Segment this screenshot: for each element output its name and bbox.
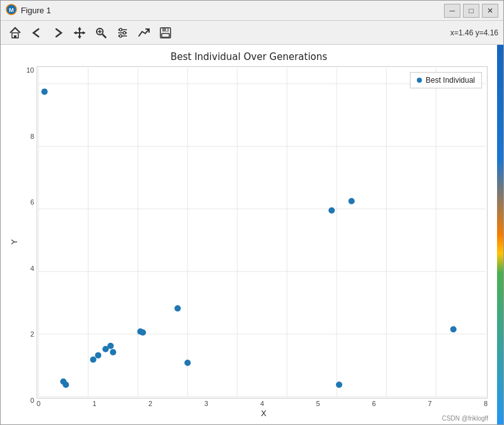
x-tick-1: 1: [92, 400, 96, 407]
minimize-button[interactable]: ─: [444, 4, 460, 18]
content-area: Best Individual Over Generations Y 10 8 …: [1, 45, 503, 424]
svg-point-44: [184, 360, 191, 366]
x-tick-7: 7: [428, 400, 431, 407]
save-file-button[interactable]: [156, 24, 175, 42]
svg-point-45: [328, 207, 335, 213]
svg-point-37: [95, 352, 101, 359]
toolbar: x=1.46 y=4.16: [1, 21, 503, 45]
back-button[interactable]: [27, 24, 46, 42]
trend-button[interactable]: [135, 24, 153, 42]
coordinates-display: x=1.46 y=4.16: [450, 28, 498, 37]
x-tick-2: 2: [148, 400, 152, 407]
y-axis-label: Y: [7, 66, 19, 418]
svg-rect-15: [162, 28, 169, 32]
svg-rect-16: [162, 33, 169, 37]
x-tick-4: 4: [260, 400, 264, 407]
maximize-button[interactable]: □: [463, 4, 479, 18]
x-tick-0: 0: [37, 400, 40, 407]
x-tick-3: 3: [204, 400, 208, 407]
svg-point-42: [140, 329, 146, 335]
y-tick-0: 0: [30, 397, 34, 404]
y-tick-6: 6: [30, 198, 34, 206]
chart-inner[interactable]: Best Individual: [37, 66, 488, 398]
home-button[interactable]: [6, 24, 25, 42]
svg-point-11: [119, 28, 122, 31]
legend-label: Best Individual: [426, 76, 475, 85]
sidebar-gradient: [497, 45, 503, 424]
svg-text:M: M: [9, 7, 14, 13]
y-tick-8: 8: [30, 133, 34, 140]
svg-point-13: [119, 35, 122, 37]
forward-button[interactable]: [49, 24, 68, 42]
x-axis-label: X: [37, 409, 491, 418]
window-title: Figure 1: [21, 6, 51, 15]
svg-point-47: [349, 198, 355, 204]
title-bar: M Figure 1 ─ □ ✕: [1, 1, 503, 21]
svg-point-46: [336, 381, 342, 388]
x-tick-5: 5: [316, 400, 320, 407]
window-icon: M: [6, 4, 17, 18]
svg-point-48: [450, 326, 457, 333]
y-tick-2: 2: [30, 330, 34, 338]
legend-dot: [417, 78, 422, 83]
svg-point-12: [123, 32, 126, 34]
title-bar-left: M Figure 1: [6, 4, 51, 18]
plot-title: Best Individual Over Generations: [7, 51, 491, 63]
main-window: M Figure 1 ─ □ ✕: [0, 0, 504, 425]
configure-button[interactable]: [113, 24, 132, 42]
chart-region: 10 8 6 4 2 0: [19, 66, 491, 418]
plot-container: Best Individual Over Generations Y 10 8 …: [1, 45, 497, 424]
chart-svg: [37, 67, 487, 398]
svg-point-33: [41, 88, 47, 95]
y-tick-4: 4: [30, 265, 34, 272]
svg-point-43: [174, 305, 181, 311]
pan-button[interactable]: [70, 24, 89, 42]
svg-point-36: [90, 357, 97, 363]
title-bar-controls: ─ □ ✕: [444, 4, 498, 18]
right-sidebar: [497, 45, 503, 424]
y-tick-10: 10: [27, 66, 34, 74]
svg-rect-3: [14, 35, 16, 38]
watermark: CSDN @friklogff: [442, 415, 488, 422]
svg-rect-17: [166, 28, 167, 31]
toolbar-left: [6, 24, 175, 42]
x-ticks-row: 0 1 2 3 4 5 6 7 8: [37, 398, 488, 407]
svg-line-5: [102, 34, 106, 38]
plot-area: Y 10 8 6 4 2 0: [7, 66, 491, 418]
svg-point-40: [110, 349, 116, 356]
legend: Best Individual: [410, 72, 482, 88]
svg-point-39: [107, 343, 114, 349]
zoom-button[interactable]: [92, 24, 111, 42]
x-tick-6: 6: [372, 400, 376, 407]
svg-point-35: [63, 381, 69, 388]
close-button[interactable]: ✕: [482, 4, 498, 18]
x-tick-8: 8: [484, 400, 488, 407]
